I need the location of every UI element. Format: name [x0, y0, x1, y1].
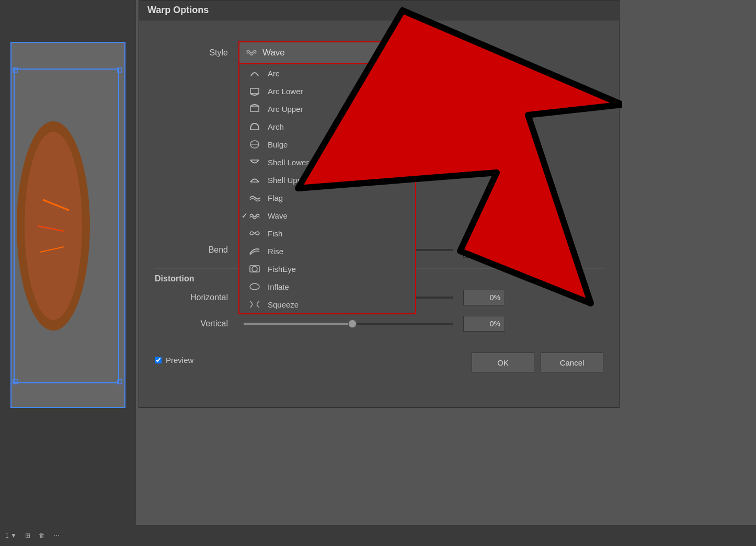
item-label-fish: Fish [268, 229, 282, 238]
selected-style-text: Wave [262, 48, 285, 58]
toolbar-icon-1[interactable]: ⊞ [25, 532, 30, 539]
svg-rect-10 [250, 88, 259, 94]
dropdown-item-fisheye[interactable]: FishEye [239, 260, 415, 278]
ok-button[interactable]: OK [472, 352, 534, 372]
arc-lower-icon [248, 86, 261, 96]
style-label: Style [155, 48, 228, 58]
vertical-input[interactable] [463, 316, 505, 332]
item-label-arc-lower: Arc Lower [268, 87, 303, 96]
item-label-squeeze: Squeeze [268, 300, 299, 309]
wave-icon [246, 47, 257, 59]
dropdown-item-shell-lower[interactable]: Shell Lower [239, 153, 415, 171]
preview-checkbox[interactable] [155, 357, 162, 363]
fish-icon [248, 228, 261, 238]
arch-icon [248, 121, 261, 132]
style-dropdown-container: Wave ▼ Arc [238, 41, 416, 64]
wave-checkmark: ✓ [242, 211, 248, 220]
item-label-shell-lower: Shell Lower [268, 158, 308, 167]
dropdown-item-inflate[interactable]: Inflate [239, 278, 415, 295]
item-label-fisheye: FishEye [268, 265, 296, 274]
dropdown-item-squeeze[interactable]: Squeeze [239, 295, 415, 313]
toolbar-zoom: 1 ▼ [5, 532, 17, 539]
artwork-canvas [10, 42, 125, 408]
warp-options-dialog: Warp Options Style Wave ▼ [139, 0, 620, 408]
dropdown-item-bulge[interactable]: Bulge [239, 135, 415, 153]
bend-input[interactable] [463, 242, 505, 258]
artwork-panel [0, 0, 136, 546]
dropdown-item-arc-lower[interactable]: Arc Lower [239, 82, 415, 100]
dialog-content: Style Wave ▼ [139, 20, 619, 383]
shell-upper-icon [248, 175, 261, 185]
dropdown-item-rise[interactable]: Rise [239, 242, 415, 260]
item-label-rise: Rise [268, 247, 283, 256]
artwork-svg [12, 43, 127, 409]
toolbar-icon-3[interactable]: ⋯ [53, 532, 60, 539]
dropdown-item-shell-upper[interactable]: Shell Upper [239, 171, 415, 189]
bottom-toolbar: 1 ▼ ⊞ 🗑 ⋯ [0, 525, 756, 546]
svg-rect-11 [250, 106, 259, 111]
item-label-arc-upper: Arc Upper [268, 105, 303, 113]
style-row: Style Wave ▼ [155, 41, 603, 64]
item-label-arch: Arch [268, 122, 284, 131]
flag-icon [248, 192, 261, 203]
dropdown-item-arc-upper[interactable]: Arc Upper [239, 100, 415, 118]
svg-point-17 [250, 283, 259, 290]
horizontal-label: Horizontal [155, 293, 228, 302]
vertical-slider[interactable] [244, 323, 453, 325]
item-label-shell-upper: Shell Upper [268, 176, 308, 185]
arc-icon [248, 68, 261, 78]
vertical-label: Vertical [155, 319, 228, 328]
dropdown-item-flag[interactable]: Flag [239, 189, 415, 207]
shell-lower-icon [248, 157, 261, 167]
fisheye-icon [248, 264, 261, 274]
style-dropdown-menu[interactable]: Arc Arc Lower [238, 64, 416, 314]
dialog-buttons: OK Cancel [472, 352, 603, 372]
preview-label: Preview [166, 356, 193, 365]
footer-row: Preview OK Cancel [155, 342, 603, 372]
item-label-bulge: Bulge [268, 140, 288, 149]
bulge-icon [248, 139, 261, 150]
distortion-label: Distortion [155, 274, 194, 283]
cancel-button[interactable]: Cancel [541, 352, 603, 372]
toolbar-icon-2[interactable]: 🗑 [39, 532, 45, 539]
arc-upper-icon [248, 104, 261, 114]
vertical-row: Vertical [155, 316, 603, 332]
squeeze-icon [248, 299, 261, 310]
rise-icon [248, 246, 261, 256]
dropdown-item-arc[interactable]: Arc [239, 64, 415, 82]
dropdown-item-fish[interactable]: Fish [239, 224, 415, 242]
svg-rect-15 [250, 266, 259, 272]
horizontal-input[interactable] [463, 290, 505, 305]
dropdown-arrow-icon: ▼ [402, 49, 409, 57]
item-label-inflate: Inflate [268, 282, 289, 291]
style-dropdown[interactable]: Wave ▼ [238, 41, 416, 64]
svg-point-16 [252, 266, 257, 271]
wave-menu-icon [248, 210, 261, 221]
svg-point-1 [25, 132, 82, 320]
preview-row: Preview [155, 356, 193, 365]
item-label-wave: Wave [268, 211, 288, 220]
dialog-title-bar: Warp Options [139, 1, 619, 20]
dropdown-item-arch[interactable]: Arch [239, 118, 415, 135]
dropdown-item-wave[interactable]: ✓ Wave [239, 207, 415, 224]
item-label-flag: Flag [268, 194, 283, 202]
dialog-title: Warp Options [147, 5, 209, 15]
bend-label: Bend [155, 245, 228, 255]
inflate-icon [248, 281, 261, 292]
item-label-arc: Arc [268, 69, 280, 78]
